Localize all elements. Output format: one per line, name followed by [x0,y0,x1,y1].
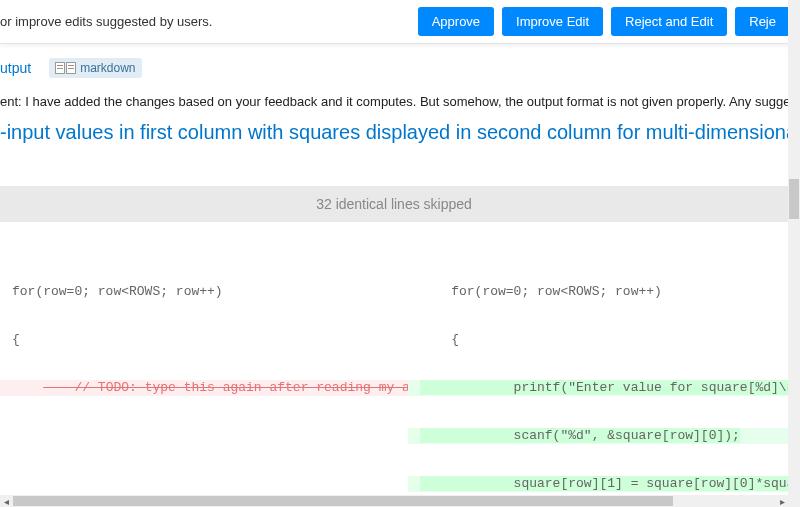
scrollbar-thumb[interactable] [13,496,673,506]
code-line: for(row=0; row<ROWS; row++) [0,284,408,300]
scroll-right-icon[interactable]: ▸ [776,495,788,507]
toolbar-hint: or improve edits suggested by users. [0,14,212,29]
reject-and-edit-button[interactable]: Reject and Edit [611,7,727,36]
format-tag-label: markdown [80,61,135,75]
diff-view: 32 identical lines skipped for(row=0; ro… [0,156,788,507]
code-line: for(row=0; row<ROWS; row++) [408,284,788,300]
added-line: square[row][1] = square[row][0]*square[r… [408,476,788,492]
toolbar-buttons: Approve Improve Edit Reject and Edit Rej… [418,7,790,36]
approve-button[interactable]: Approve [418,7,494,36]
reject-button[interactable]: Reje [735,7,790,36]
tabs-row: utput markdown [0,44,800,88]
edit-comment: ent: I have added the changes based on y… [0,88,800,115]
format-tag[interactable]: markdown [49,58,141,78]
scrollbar-thumb[interactable] [789,179,799,219]
diff-right: for(row=0; row<ROWS; row++) { printf("En… [408,252,788,507]
code-line: { [0,332,408,348]
removed-line: // TODO: type this again after reading m… [0,380,408,396]
horizontal-scrollbar[interactable]: ◂ ▸ [0,495,788,507]
diff-left: for(row=0; row<ROWS; row++) { // TODO: t… [0,252,408,507]
diff-icon [55,62,76,74]
tab-output[interactable]: utput [0,60,31,76]
vertical-scrollbar[interactable] [788,0,800,495]
diff-block-1: for(row=0; row<ROWS; row++) { // TODO: t… [0,252,788,507]
scroll-left-icon[interactable]: ◂ [0,495,12,507]
added-line: printf("Enter value for square[%d]\n: ", [408,380,788,396]
review-toolbar: or improve edits suggested by users. App… [0,0,800,44]
code-line [0,476,408,492]
post-title[interactable]: -input values in first column with squar… [0,115,800,156]
added-line: scanf("%d", &square[row][0]); [408,428,788,444]
improve-edit-button[interactable]: Improve Edit [502,7,603,36]
code-line [0,428,408,444]
code-line: { [408,332,788,348]
scroll-corner [788,495,800,507]
skip-marker-1: 32 identical lines skipped [0,186,788,222]
